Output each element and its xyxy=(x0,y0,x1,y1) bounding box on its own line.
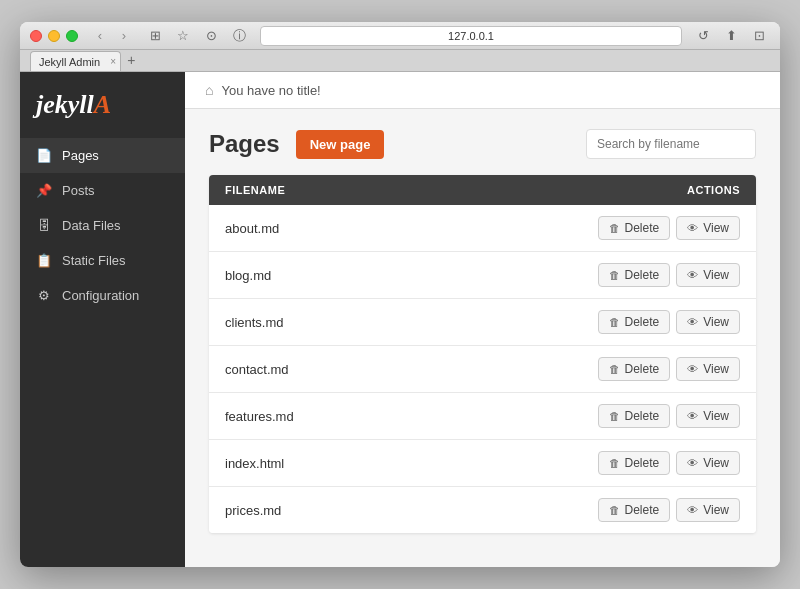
sidebar-logo: jekyllA xyxy=(20,72,185,134)
trash-icon: 🗑 xyxy=(609,504,620,516)
table-row: contact.md🗑Delete👁View xyxy=(209,346,756,393)
pages-icon: 📄 xyxy=(36,148,52,163)
actions-cell: 🗑Delete👁View xyxy=(409,252,756,299)
static-files-icon: 📋 xyxy=(36,253,52,268)
browser-titlebar: ‹ › ⊞ ☆ ⊙ ⓘ 127.0.0.1 ↺ ⬆ ⊡ xyxy=(20,22,780,50)
action-buttons: 🗑Delete👁View xyxy=(425,357,740,381)
actions-cell: 🗑Delete👁View xyxy=(409,346,756,393)
eye-icon: 👁 xyxy=(687,363,698,375)
col-filename: FILENAME xyxy=(209,175,409,205)
browser-toolbar: ⊞ ☆ ⊙ ⓘ xyxy=(144,27,250,45)
logo-accent: A xyxy=(94,90,111,119)
eye-icon: 👁 xyxy=(687,457,698,469)
upload-icon: ⬆ xyxy=(720,27,742,45)
filename-cell: index.html xyxy=(209,440,409,487)
view-button[interactable]: 👁View xyxy=(676,498,740,522)
refresh-icon[interactable]: ↺ xyxy=(692,27,714,45)
actions-cell: 🗑Delete👁View xyxy=(409,440,756,487)
filename-cell: clients.md xyxy=(209,299,409,346)
filename-cell: about.md xyxy=(209,205,409,252)
sidebar-label-configuration: Configuration xyxy=(62,288,139,303)
action-buttons: 🗑Delete👁View xyxy=(425,451,740,475)
delete-button[interactable]: 🗑Delete xyxy=(598,498,671,522)
delete-button[interactable]: 🗑Delete xyxy=(598,310,671,334)
files-table: FILENAME ACTIONS about.md🗑Delete👁Viewblo… xyxy=(209,175,756,533)
eye-icon: 👁 xyxy=(687,504,698,516)
trash-icon: 🗑 xyxy=(609,457,620,469)
sidebar-label-posts: Posts xyxy=(62,183,95,198)
delete-button[interactable]: 🗑Delete xyxy=(598,451,671,475)
main-content: ⌂ You have no title! Pages New page xyxy=(185,72,780,567)
table-header: FILENAME ACTIONS xyxy=(209,175,756,205)
trash-icon: 🗑 xyxy=(609,363,620,375)
table-row: blog.md🗑Delete👁View xyxy=(209,252,756,299)
tab-close-button[interactable]: × xyxy=(110,56,116,67)
browser-tab-bar: Jekyll Admin × + xyxy=(20,50,780,72)
view-button[interactable]: 👁View xyxy=(676,263,740,287)
trash-icon: 🗑 xyxy=(609,269,620,281)
delete-button[interactable]: 🗑Delete xyxy=(598,263,671,287)
maximize-button[interactable] xyxy=(66,30,78,42)
page-title: Pages xyxy=(209,130,280,158)
view-button[interactable]: 👁View xyxy=(676,357,740,381)
actions-cell: 🗑Delete👁View xyxy=(409,205,756,252)
new-tab-button[interactable]: + xyxy=(127,52,135,68)
notification-text: You have no title! xyxy=(221,83,320,98)
delete-button[interactable]: 🗑Delete xyxy=(598,357,671,381)
search-input[interactable] xyxy=(586,129,756,159)
minimize-button[interactable] xyxy=(48,30,60,42)
data-files-icon: 🗄 xyxy=(36,218,52,233)
traffic-lights xyxy=(30,30,78,42)
action-buttons: 🗑Delete👁View xyxy=(425,404,740,428)
sidebar-item-posts[interactable]: 📌 Posts xyxy=(20,173,185,208)
sidebar-item-data-files[interactable]: 🗄 Data Files xyxy=(20,208,185,243)
posts-icon: 📌 xyxy=(36,183,52,198)
page-header: Pages New page xyxy=(209,129,756,159)
active-tab[interactable]: Jekyll Admin × xyxy=(30,51,121,71)
table-row: features.md🗑Delete👁View xyxy=(209,393,756,440)
config-icon: ⚙ xyxy=(36,288,52,303)
sidebar-label-data-files: Data Files xyxy=(62,218,121,233)
action-buttons: 🗑Delete👁View xyxy=(425,216,740,240)
view-button[interactable]: 👁View xyxy=(676,216,740,240)
content-area: Pages New page FILENAME ACTIONS about.md… xyxy=(185,109,780,567)
delete-button[interactable]: 🗑Delete xyxy=(598,404,671,428)
eye-icon: 👁 xyxy=(687,269,698,281)
action-buttons: 🗑Delete👁View xyxy=(425,263,740,287)
app-container: jekyllA 📄 Pages 📌 Posts 🗄 Data Files 📋 xyxy=(20,72,780,567)
action-buttons: 🗑Delete👁View xyxy=(425,310,740,334)
view-button[interactable]: 👁View xyxy=(676,404,740,428)
notification-bar: ⌂ You have no title! xyxy=(185,72,780,109)
browser-window: ‹ › ⊞ ☆ ⊙ ⓘ 127.0.0.1 ↺ ⬆ ⊡ Jekyll Admin… xyxy=(20,22,780,567)
history-icon: ⊙ xyxy=(200,27,222,45)
sidebar-item-pages[interactable]: 📄 Pages xyxy=(20,138,185,173)
actions-cell: 🗑Delete👁View xyxy=(409,393,756,440)
address-bar[interactable]: 127.0.0.1 xyxy=(260,26,682,46)
more-icon: ⊡ xyxy=(748,27,770,45)
browser-nav: ‹ › xyxy=(90,26,134,46)
view-button[interactable]: 👁View xyxy=(676,451,740,475)
table-row: prices.md🗑Delete👁View xyxy=(209,487,756,534)
actions-cell: 🗑Delete👁View xyxy=(409,487,756,534)
eye-icon: 👁 xyxy=(687,410,698,422)
sidebar: jekyllA 📄 Pages 📌 Posts 🗄 Data Files 📋 xyxy=(20,72,185,567)
new-page-button[interactable]: New page xyxy=(296,130,385,159)
delete-button[interactable]: 🗑Delete xyxy=(598,216,671,240)
table-row: clients.md🗑Delete👁View xyxy=(209,299,756,346)
trash-icon: 🗑 xyxy=(609,410,620,422)
sidebar-item-configuration[interactable]: ⚙ Configuration xyxy=(20,278,185,313)
table-row: about.md🗑Delete👁View xyxy=(209,205,756,252)
back-button[interactable]: ‹ xyxy=(90,26,110,46)
tab-title: Jekyll Admin xyxy=(39,56,100,68)
trash-icon: 🗑 xyxy=(609,316,620,328)
share-icon: ⊞ xyxy=(144,27,166,45)
forward-button[interactable]: › xyxy=(114,26,134,46)
col-actions: ACTIONS xyxy=(409,175,756,205)
bookmark-icon: ☆ xyxy=(172,27,194,45)
close-button[interactable] xyxy=(30,30,42,42)
filename-cell: prices.md xyxy=(209,487,409,534)
sidebar-item-static-files[interactable]: 📋 Static Files xyxy=(20,243,185,278)
view-button[interactable]: 👁View xyxy=(676,310,740,334)
filename-cell: features.md xyxy=(209,393,409,440)
sidebar-label-static-files: Static Files xyxy=(62,253,126,268)
